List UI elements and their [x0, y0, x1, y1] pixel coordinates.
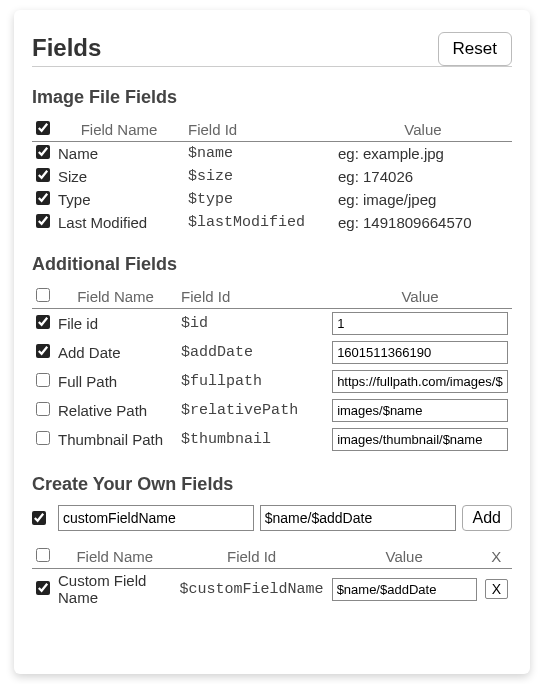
field-checkbox[interactable] — [36, 214, 50, 228]
value-input[interactable] — [332, 370, 508, 393]
value-input[interactable] — [332, 399, 508, 422]
field-name: Relative Path — [54, 396, 177, 425]
custom-add-row: Add — [32, 505, 512, 531]
th-field-id: Field Id — [184, 118, 334, 142]
custom-add-checkbox[interactable] — [32, 511, 46, 525]
table-row: Last Modified $lastModified eg: 14918096… — [32, 211, 512, 234]
field-checkbox[interactable] — [36, 145, 50, 159]
field-id: $type — [184, 188, 334, 211]
field-checkbox[interactable] — [36, 191, 50, 205]
th-field-name: Field Name — [54, 545, 176, 569]
table-row: Full Path $fullpath — [32, 367, 512, 396]
field-checkbox[interactable] — [36, 581, 50, 595]
th-value: Value — [328, 285, 512, 309]
th-value: Value — [328, 545, 481, 569]
field-name: Add Date — [54, 338, 177, 367]
field-name: Name — [54, 142, 184, 166]
field-id: $thumbnail — [177, 425, 328, 454]
field-value: eg: example.jpg — [334, 142, 512, 166]
field-value: eg: 174026 — [334, 165, 512, 188]
table-row: Thumbnail Path $thumbnail — [32, 425, 512, 454]
section-additional: Additional Fields — [32, 254, 512, 275]
field-id: $addDate — [177, 338, 328, 367]
field-id: $customFieldName — [176, 569, 328, 610]
table-row: Add Date $addDate — [32, 338, 512, 367]
field-id: $lastModified — [184, 211, 334, 234]
field-name: Type — [54, 188, 184, 211]
th-field-name: Field Name — [54, 118, 184, 142]
table-row: Relative Path $relativePath — [32, 396, 512, 425]
select-all-custom[interactable] — [36, 548, 50, 562]
field-id: $relativePath — [177, 396, 328, 425]
field-id: $name — [184, 142, 334, 166]
select-all-image-file[interactable] — [36, 121, 50, 135]
value-input[interactable] — [332, 312, 508, 335]
image-file-table: Field Name Field Id Value Name $name eg:… — [32, 118, 512, 234]
table-row: Name $name eg: example.jpg — [32, 142, 512, 166]
section-image-file: Image File Fields — [32, 87, 512, 108]
field-id: $size — [184, 165, 334, 188]
field-name: Custom Field Name — [54, 569, 176, 610]
field-checkbox[interactable] — [36, 373, 50, 387]
value-input[interactable] — [332, 578, 477, 601]
field-checkbox[interactable] — [36, 402, 50, 416]
table-row: Type $type eg: image/jpeg — [32, 188, 512, 211]
field-checkbox[interactable] — [36, 431, 50, 445]
table-row: File id $id — [32, 309, 512, 339]
field-value: eg: image/jpeg — [334, 188, 512, 211]
custom-value-input[interactable] — [260, 505, 456, 531]
table-row: Size $size eg: 174026 — [32, 165, 512, 188]
table-row: Custom Field Name $customFieldName X — [32, 569, 512, 610]
field-value: eg: 1491809664570 — [334, 211, 512, 234]
custom-name-input[interactable] — [58, 505, 254, 531]
page-title-text: Fields — [32, 34, 101, 61]
th-field-id: Field Id — [176, 545, 328, 569]
section-custom: Create Your Own Fields — [32, 474, 512, 495]
select-all-additional[interactable] — [36, 288, 50, 302]
delete-button[interactable]: X — [485, 579, 508, 599]
field-checkbox[interactable] — [36, 344, 50, 358]
custom-table: Field Name Field Id Value X Custom Field… — [32, 545, 512, 609]
field-name: Last Modified — [54, 211, 184, 234]
value-input[interactable] — [332, 428, 508, 451]
th-field-id: Field Id — [177, 285, 328, 309]
field-checkbox[interactable] — [36, 315, 50, 329]
field-name: Full Path — [54, 367, 177, 396]
field-name: Size — [54, 165, 184, 188]
add-button[interactable]: Add — [462, 505, 512, 531]
reset-button[interactable]: Reset — [438, 32, 512, 66]
field-name: File id — [54, 309, 177, 339]
field-name: Thumbnail Path — [54, 425, 177, 454]
value-input[interactable] — [332, 341, 508, 364]
page-title: Reset Fields — [32, 36, 512, 67]
field-id: $fullpath — [177, 367, 328, 396]
th-value: Value — [334, 118, 512, 142]
additional-table: Field Name Field Id Value File id $id Ad… — [32, 285, 512, 454]
field-id: $id — [177, 309, 328, 339]
th-field-name: Field Name — [54, 285, 177, 309]
th-delete: X — [481, 545, 512, 569]
field-checkbox[interactable] — [36, 168, 50, 182]
